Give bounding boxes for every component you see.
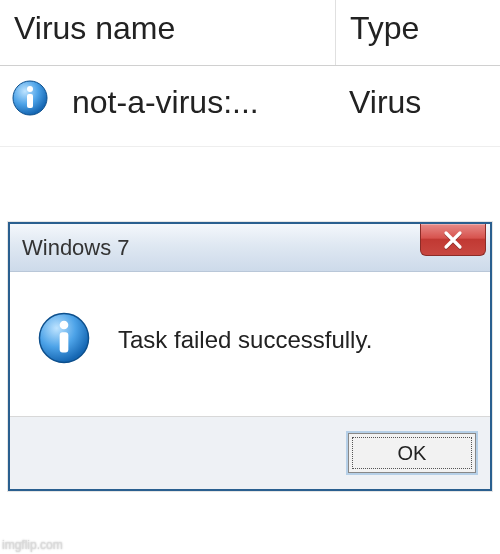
dialog-footer: OK	[10, 417, 490, 489]
column-header-type[interactable]: Type	[335, 0, 500, 65]
dialog-title: Windows 7	[22, 235, 130, 261]
watermark: imgflip.com	[2, 538, 63, 552]
svg-point-1	[27, 86, 33, 92]
titlebar[interactable]: Windows 7	[10, 224, 490, 272]
dialog-body: Task failed successfully.	[10, 272, 490, 417]
table-row[interactable]: not-a-virus:... Virus	[0, 66, 500, 147]
info-icon	[12, 80, 48, 124]
close-button[interactable]	[420, 224, 486, 256]
table-header: Virus name Type	[0, 0, 500, 66]
svg-rect-2	[27, 94, 33, 108]
ok-button[interactable]: OK	[348, 433, 476, 473]
close-icon	[442, 229, 464, 251]
svg-rect-5	[60, 332, 69, 352]
virus-name-text: not-a-virus:...	[72, 84, 259, 121]
dialog-message: Task failed successfully.	[118, 326, 372, 354]
svg-point-4	[60, 321, 69, 330]
cell-type: Virus	[345, 84, 490, 121]
column-header-name[interactable]: Virus name	[0, 0, 335, 65]
dialog-window: Windows 7 Task failed successfully. OK	[8, 222, 492, 491]
cell-virus-name: not-a-virus:...	[10, 80, 345, 124]
info-icon	[38, 312, 90, 368]
